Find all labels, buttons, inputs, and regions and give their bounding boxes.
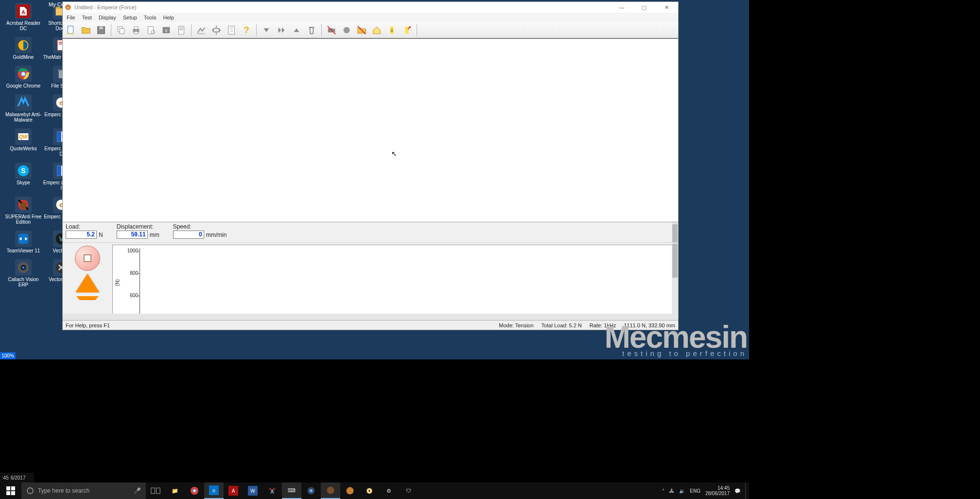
close-button[interactable]: ✕ [657, 2, 676, 12]
svg-rect-52 [213, 28, 220, 32]
desktop-icon-goldmine[interactable]: GoldMine [5, 36, 42, 63]
menu-file[interactable]: File [67, 15, 75, 20]
windows-icon [6, 486, 15, 495]
down-button[interactable] [260, 23, 273, 37]
tb-acrobat[interactable]: A [224, 482, 243, 499]
tray-network-icon[interactable]: 🖧 [669, 488, 674, 494]
delete-sample-button[interactable] [305, 23, 318, 37]
new-button[interactable] [64, 23, 78, 37]
svg-rect-44 [134, 32, 138, 34]
tb-word[interactable]: W [243, 482, 262, 499]
graph-vscroll[interactable] [672, 243, 678, 320]
desktop-icon-malwarebytes[interactable]: Malwarebyt Anti-Malware [5, 93, 42, 125]
tray-clock[interactable]: 14:45 28/06/2017 [705, 485, 730, 496]
menu-tools[interactable]: Tools [144, 15, 157, 20]
copy-button[interactable] [114, 23, 128, 37]
no-camera-button[interactable] [325, 23, 338, 37]
open-button[interactable] [79, 23, 93, 37]
svg-rect-62 [11, 486, 15, 490]
desktop-icon-skype[interactable]: SSkype [5, 161, 42, 194]
desktop-icon-teamviewer[interactable]: TeamViewer 11 [5, 230, 42, 256]
desktop-icon-caliach[interactable]: Caliach Vision ERP [5, 258, 42, 290]
menu-setup[interactable]: Setup [123, 15, 137, 20]
menu-display[interactable]: Display [99, 15, 116, 20]
tb-app1[interactable] [301, 482, 321, 499]
tb-app4[interactable]: 📀 [360, 482, 379, 499]
menu-help[interactable]: Help [163, 15, 174, 20]
action-center-icon[interactable]: 💬 [735, 488, 740, 494]
icon-label: GoldMine [13, 54, 34, 60]
tb-app2[interactable] [321, 482, 340, 499]
stop-button[interactable] [75, 246, 100, 271]
menu-test[interactable]: Test [82, 15, 92, 20]
jog-down-button[interactable] [76, 296, 99, 300]
zero-position-button[interactable] [400, 23, 414, 37]
cursor-icon: ↖ [391, 150, 397, 158]
desktop-background[interactable]: My Com AAcrobat Reader DC Shortcut My Do… [0, 0, 749, 359]
tray-lang[interactable]: ENG [690, 488, 700, 494]
svg-rect-37 [68, 33, 74, 34]
svg-point-10 [22, 72, 25, 76]
print-preview-button[interactable] [144, 23, 158, 37]
y-axis-line [140, 248, 140, 318]
up-button[interactable] [290, 23, 303, 37]
tray-chevron-icon[interactable]: ˄ [662, 488, 665, 494]
help-button[interactable]: ? [240, 23, 253, 37]
jog-up-button[interactable] [76, 274, 99, 292]
tb-chrome[interactable] [185, 482, 204, 499]
zero-graph-button[interactable] [194, 23, 208, 37]
tray-volume-icon[interactable]: 🔉 [679, 488, 685, 494]
run-controls [63, 243, 112, 320]
svg-rect-41 [120, 28, 124, 34]
tb-outlook[interactable]: o [204, 482, 224, 499]
no-folder-button[interactable] [355, 23, 368, 37]
save-button[interactable] [94, 23, 108, 37]
titlebar[interactable]: e Untitled - Emperor (Force) — ▢ ✕ [63, 2, 678, 13]
step-button[interactable] [275, 23, 288, 37]
status-totalload: Total Load: 5.2 N [542, 322, 582, 328]
svg-text:S: S [21, 167, 25, 175]
print-button[interactable] [129, 23, 143, 37]
tb-app3[interactable] [340, 482, 360, 499]
load-unit: N [99, 232, 103, 238]
tb-snip[interactable]: ✂️ [262, 482, 282, 499]
teamviewer-icon [15, 231, 32, 247]
svg-point-70 [193, 490, 196, 492]
tb-app6[interactable]: 🛡 [399, 482, 418, 499]
maximize-button[interactable]: ▢ [634, 2, 654, 12]
tb-keyboard[interactable]: ⌨ [282, 482, 301, 499]
live-chart[interactable]: (N) 1000 800 600 [112, 245, 674, 320]
mic-icon[interactable]: 🎤 [134, 487, 141, 494]
start-button[interactable] [0, 482, 21, 499]
cursor-button[interactable] [210, 23, 223, 37]
tb-explorer[interactable]: 📁 [165, 482, 185, 499]
desktop-icon-quotewerks[interactable]: QWQuoteWerks [5, 127, 42, 160]
displacement-unit: mm [150, 232, 159, 238]
ytick-600: 600 [125, 293, 138, 298]
program-canvas[interactable]: ↖ [63, 39, 678, 222]
desktop-icon-superantispyware[interactable]: SUPERAnti Free Edition [5, 196, 42, 228]
zoom-badge[interactable]: 100% [0, 352, 16, 359]
tb-app5[interactable]: ⚙ [379, 482, 399, 499]
load-value[interactable]: 5.2 [66, 231, 97, 239]
taskview-button[interactable] [146, 482, 165, 499]
ytick-1000: 1000 [125, 248, 138, 253]
displacement-value[interactable]: 59.11 [117, 231, 148, 239]
home-button[interactable] [370, 23, 384, 37]
minimize-button[interactable]: — [612, 2, 631, 12]
show-desktop-button[interactable] [745, 482, 749, 499]
svg-text:QW: QW [19, 134, 28, 140]
report-button[interactable] [175, 23, 188, 37]
export-excel-button[interactable]: X [159, 23, 173, 37]
desktop-icon-acrobat[interactable]: AAcrobat Reader DC [5, 2, 42, 34]
graph-hscroll[interactable] [63, 314, 672, 320]
svg-point-24 [20, 202, 26, 209]
zero-load-button[interactable]: 0 [385, 23, 399, 37]
desktop-icon-chrome[interactable]: Google Chrome [5, 65, 42, 91]
svg-rect-53 [228, 26, 235, 35]
notes-button[interactable] [225, 23, 238, 37]
readout-scrollbar[interactable] [672, 222, 678, 242]
taskbar-search[interactable]: Type here to search 🎤 [21, 482, 146, 499]
record-button[interactable] [340, 23, 353, 37]
speed-value[interactable]: 0 [173, 231, 204, 239]
